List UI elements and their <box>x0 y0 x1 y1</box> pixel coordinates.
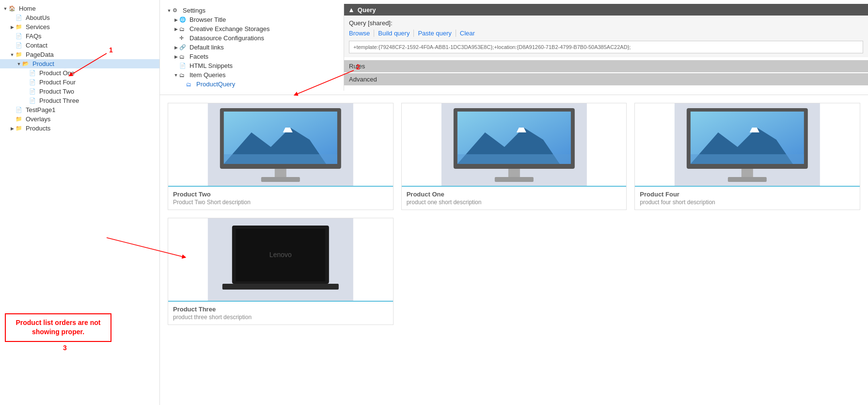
query-links: Browse Build query Paste query Clear <box>349 30 863 37</box>
sidebar-item-pagedata[interactable]: ▼📁PageData <box>0 50 159 59</box>
svg-rect-29 <box>222 284 339 290</box>
products-section: Product TwoProduct Two Short description… <box>160 95 868 405</box>
product-card-desc-product-two-card: Product Two Short description <box>173 199 388 206</box>
sidebar-item-contact[interactable]: 📄Contact <box>0 41 159 50</box>
settings-label-html-snippets: HTML Snippets <box>189 62 233 69</box>
product-card-title-product-three-card: Product Three <box>173 306 388 313</box>
clear-link[interactable]: Clear <box>460 30 479 37</box>
settings-arrow-creative-exchange: ▶ <box>173 27 179 32</box>
sidebar-label-product: Product <box>32 60 54 67</box>
product-card-product-three-card[interactable]: LenovoProduct Threeproduct three short d… <box>168 218 394 325</box>
tree-icon-home: 🏠 <box>9 5 17 12</box>
sidebar-label-product-one: Product One <box>39 69 75 77</box>
browse-link[interactable]: Browse <box>349 30 378 37</box>
tree-icon-faqs: 📄 <box>16 33 24 39</box>
tree-icon-pagedata: 📁 <box>16 51 24 58</box>
svg-rect-11 <box>508 167 520 178</box>
sidebar-item-home[interactable]: ▼🏠Home <box>0 4 159 13</box>
settings-label-product-query: ProductQuery <box>196 81 235 88</box>
tree-icon-product: 📂 <box>22 61 31 67</box>
settings-item-settings[interactable]: ▼⚙Settings <box>164 6 340 15</box>
sidebar-label-product-four: Product Four <box>39 79 76 86</box>
settings-icon-product-query: 🗂 <box>186 81 195 87</box>
product-card-product-four-card[interactable]: Product Fourproduct four short descripti… <box>634 103 860 210</box>
sidebar: ▼🏠Home📄AboutUs▶📁Services📄FAQs📄Contact▼📁P… <box>0 0 160 405</box>
advanced-section[interactable]: Advanced <box>344 73 868 85</box>
product-card-image-product-one-card <box>402 103 627 186</box>
product-card-product-one-card[interactable]: Product Oneproduct one short description <box>401 103 627 210</box>
tree-icon-product-one: 📄 <box>29 70 38 76</box>
settings-item-creative-exchange[interactable]: ▶🗂Creative Exchange Storages <box>164 24 340 33</box>
product-card-image-product-two-card <box>168 103 393 186</box>
product-card-title-product-four-card: Product Four <box>640 191 855 198</box>
svg-rect-12 <box>494 177 533 182</box>
query-collapse-button[interactable]: ▲ <box>348 6 355 14</box>
settings-item-default-links[interactable]: ▶🔗Default links <box>164 43 340 52</box>
tree-icon-product-two: 📄 <box>29 88 38 95</box>
product-card-info-product-two-card: Product TwoProduct Two Short description <box>168 186 393 210</box>
tree-icon-products: 📁 <box>16 125 24 131</box>
settings-item-html-snippets[interactable]: 📄HTML Snippets <box>164 61 340 70</box>
product-card-desc-product-one-card: product one short description <box>407 199 622 206</box>
settings-arrow-item-queries: ▼ <box>173 73 179 78</box>
sidebar-item-product-three[interactable]: 📄Product Three <box>0 96 159 105</box>
product-card-info-product-four-card: Product Fourproduct four short descripti… <box>635 186 860 210</box>
sidebar-item-product-two[interactable]: 📄Product Two <box>0 87 159 96</box>
product-card-product-two-card[interactable]: Product TwoProduct Two Short description <box>168 103 394 210</box>
settings-item-product-query[interactable]: 🗂ProductQuery <box>164 80 340 89</box>
info-box: Product list orders are not showing prop… <box>5 313 111 342</box>
sidebar-label-home: Home <box>19 5 36 12</box>
tree-arrow-product: ▼ <box>16 62 22 66</box>
tree-icon-product-three: 📄 <box>29 97 38 104</box>
sidebar-item-services[interactable]: ▶📁Services <box>0 22 159 32</box>
sidebar-label-product-three: Product Three <box>39 97 79 104</box>
product-card-info-product-three-card: Product Threeproduct three short descrip… <box>168 301 393 324</box>
tree-icon-overlays: 📁 <box>16 116 24 122</box>
settings-icon-default-links: 🔗 <box>179 44 188 50</box>
settings-item-browser-title[interactable]: ▶🌐Browser Title <box>164 15 340 24</box>
product-card-info-product-one-card: Product Oneproduct one short description <box>402 186 627 210</box>
sidebar-item-products[interactable]: ▶📁Products <box>0 124 159 133</box>
settings-icon-datasource: ✛ <box>179 35 188 41</box>
sidebar-item-product[interactable]: ▼📂Product <box>0 59 159 68</box>
settings-icon-html-snippets: 📄 <box>179 63 188 69</box>
tree-icon-contact: 📄 <box>16 42 24 49</box>
settings-item-datasource[interactable]: ✛Datasource Configurations <box>164 33 340 43</box>
query-title: Query <box>358 6 376 14</box>
top-section: ▼⚙Settings▶🌐Browser Title▶🗂Creative Exch… <box>160 0 868 95</box>
settings-label-settings: Settings <box>183 7 205 14</box>
query-header-bar: ▲ Query <box>344 4 868 16</box>
sidebar-item-aboutus[interactable]: 📄AboutUs <box>0 13 159 22</box>
products-grid: Product TwoProduct Two Short description… <box>168 103 860 210</box>
svg-rect-4 <box>261 177 300 182</box>
product-card-image-product-four-card <box>635 103 860 186</box>
settings-label-browser-title: Browser Title <box>189 16 226 23</box>
sidebar-item-overlays[interactable]: 📁Overlays <box>0 114 159 124</box>
query-panel: ▲ Query Query [shared]: Browse Build que… <box>344 4 868 91</box>
query-value[interactable]: +template:{79248CF2-1592-4F0A-ABB1-1DC3D… <box>349 41 863 53</box>
svg-rect-25 <box>691 154 804 164</box>
sidebar-label-pagedata: PageData <box>26 51 54 58</box>
svg-rect-17 <box>457 154 570 164</box>
sidebar-item-product-one[interactable]: 📄Product One <box>0 68 159 78</box>
settings-icon-creative-exchange: 🗂 <box>179 26 188 32</box>
query-body: Query [shared]: Browse Build query Paste… <box>344 16 868 57</box>
sidebar-item-product-four[interactable]: 📄Product Four <box>0 78 159 87</box>
settings-item-facets[interactable]: ▶🗂Facets <box>164 52 340 61</box>
sidebar-label-contact: Contact <box>26 42 47 49</box>
sidebar-item-testpage1[interactable]: 📄TestPage1 <box>0 105 159 114</box>
svg-text:Lenovo: Lenovo <box>269 251 292 259</box>
paste-query-link[interactable]: Paste query <box>418 30 459 37</box>
settings-arrow-default-links: ▶ <box>173 45 179 50</box>
settings-item-item-queries[interactable]: ▼🗂Item Queries <box>164 70 340 80</box>
product-card-desc-product-four-card: product four short description <box>640 199 855 206</box>
tree-icon-testpage1: 📄 <box>16 107 24 113</box>
sidebar-item-faqs[interactable]: 📄FAQs <box>0 32 159 41</box>
svg-rect-19 <box>742 167 753 178</box>
sidebar-label-testpage1: TestPage1 <box>26 106 55 113</box>
settings-arrow-settings: ▼ <box>166 8 173 13</box>
rules-section[interactable]: Rules <box>344 60 868 72</box>
sidebar-tree: ▼🏠Home📄AboutUs▶📁Services📄FAQs📄Contact▼📁P… <box>0 4 159 133</box>
product-card-title-product-one-card: Product One <box>407 191 622 198</box>
build-query-link[interactable]: Build query <box>378 30 418 37</box>
